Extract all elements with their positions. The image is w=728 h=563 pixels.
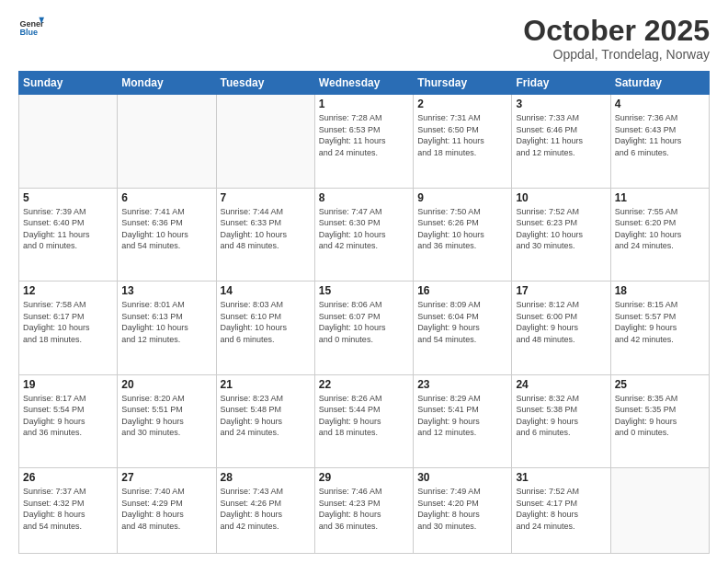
day-info: Sunrise: 7:40 AMSunset: 4:29 PMDaylight:… [121, 486, 211, 532]
table-row: 8Sunrise: 7:47 AMSunset: 6:30 PMDaylight… [314, 188, 413, 281]
day-info: Sunrise: 7:43 AMSunset: 4:26 PMDaylight:… [221, 486, 311, 532]
day-number: 4 [615, 98, 705, 110]
day-number: 25 [615, 378, 705, 391]
table-row: 7Sunrise: 7:44 AMSunset: 6:33 PMDaylight… [216, 188, 314, 281]
day-number: 19 [23, 378, 113, 391]
day-info: Sunrise: 8:20 AMSunset: 5:51 PMDaylight:… [121, 393, 211, 439]
day-info: Sunrise: 7:31 AMSunset: 6:50 PMDaylight:… [417, 112, 507, 158]
day-number: 12 [23, 284, 113, 297]
day-number: 29 [319, 471, 409, 484]
title-block: October 2025 Oppdal, Trondelag, Norway [523, 15, 710, 62]
table-row: 6Sunrise: 7:41 AMSunset: 6:36 PMDaylight… [118, 188, 216, 281]
header: General Blue October 2025 Oppdal, Tronde… [18, 15, 710, 62]
day-info: Sunrise: 7:55 AMSunset: 6:20 PMDaylight:… [615, 206, 705, 252]
day-info: Sunrise: 8:06 AMSunset: 6:07 PMDaylight:… [319, 299, 409, 345]
logo-icon: General Blue [18, 15, 44, 40]
table-row: 11Sunrise: 7:55 AMSunset: 6:20 PMDayligh… [610, 188, 709, 281]
table-row: 19Sunrise: 8:17 AMSunset: 5:54 PMDayligh… [19, 374, 118, 467]
day-info: Sunrise: 8:29 AMSunset: 5:41 PMDaylight:… [417, 393, 507, 439]
table-row [118, 95, 216, 188]
table-row: 15Sunrise: 8:06 AMSunset: 6:07 PMDayligh… [314, 282, 413, 374]
day-info: Sunrise: 7:52 AMSunset: 4:17 PMDaylight:… [516, 486, 606, 532]
table-row: 20Sunrise: 8:20 AMSunset: 5:51 PMDayligh… [118, 374, 216, 467]
day-number: 3 [516, 98, 606, 110]
day-info: Sunrise: 8:12 AMSunset: 6:00 PMDaylight:… [516, 299, 606, 345]
day-info: Sunrise: 8:01 AMSunset: 6:13 PMDaylight:… [121, 299, 211, 345]
day-number: 20 [121, 378, 211, 391]
svg-text:Blue: Blue [19, 28, 38, 37]
day-number: 15 [319, 284, 409, 297]
day-info: Sunrise: 7:36 AMSunset: 6:43 PMDaylight:… [615, 112, 705, 158]
day-number: 17 [516, 284, 606, 297]
day-info: Sunrise: 7:44 AMSunset: 6:33 PMDaylight:… [221, 206, 311, 252]
table-row: 18Sunrise: 8:15 AMSunset: 5:57 PMDayligh… [610, 282, 709, 374]
table-row: 24Sunrise: 8:32 AMSunset: 5:38 PMDayligh… [512, 374, 610, 467]
day-number: 27 [121, 471, 211, 484]
table-row: 1Sunrise: 7:28 AMSunset: 6:53 PMDaylight… [314, 95, 413, 188]
day-info: Sunrise: 8:03 AMSunset: 6:10 PMDaylight:… [221, 299, 311, 345]
month-title: October 2025 [523, 15, 710, 47]
day-number: 14 [221, 284, 311, 297]
day-number: 13 [121, 284, 211, 297]
day-number: 26 [23, 471, 113, 484]
day-info: Sunrise: 7:39 AMSunset: 6:40 PMDaylight:… [23, 206, 113, 252]
day-number: 6 [121, 191, 211, 204]
table-row: 27Sunrise: 7:40 AMSunset: 4:29 PMDayligh… [118, 467, 216, 553]
day-number: 21 [221, 378, 311, 391]
day-number: 1 [319, 98, 409, 110]
day-info: Sunrise: 8:09 AMSunset: 6:04 PMDaylight:… [417, 299, 507, 345]
day-number: 8 [319, 191, 409, 204]
day-info: Sunrise: 7:33 AMSunset: 6:46 PMDaylight:… [516, 112, 606, 158]
logo: General Blue [18, 15, 44, 40]
table-row: 4Sunrise: 7:36 AMSunset: 6:43 PMDaylight… [610, 95, 709, 188]
col-sunday: Sunday [19, 72, 118, 95]
col-tuesday: Tuesday [216, 72, 314, 95]
day-info: Sunrise: 8:23 AMSunset: 5:48 PMDaylight:… [221, 393, 311, 439]
location: Oppdal, Trondelag, Norway [523, 47, 710, 62]
day-number: 30 [417, 471, 507, 484]
day-info: Sunrise: 7:41 AMSunset: 6:36 PMDaylight:… [121, 206, 211, 252]
day-info: Sunrise: 8:15 AMSunset: 5:57 PMDaylight:… [615, 299, 705, 345]
table-row: 25Sunrise: 8:35 AMSunset: 5:35 PMDayligh… [610, 374, 709, 467]
day-info: Sunrise: 8:17 AMSunset: 5:54 PMDaylight:… [23, 393, 113, 439]
table-row: 31Sunrise: 7:52 AMSunset: 4:17 PMDayligh… [512, 467, 610, 553]
table-row: 5Sunrise: 7:39 AMSunset: 6:40 PMDaylight… [19, 188, 118, 281]
table-row: 26Sunrise: 7:37 AMSunset: 4:32 PMDayligh… [19, 467, 118, 553]
day-info: Sunrise: 7:28 AMSunset: 6:53 PMDaylight:… [319, 112, 409, 158]
table-row: 10Sunrise: 7:52 AMSunset: 6:23 PMDayligh… [512, 188, 610, 281]
day-number: 23 [417, 378, 507, 391]
table-row: 16Sunrise: 8:09 AMSunset: 6:04 PMDayligh… [414, 282, 512, 374]
table-row: 13Sunrise: 8:01 AMSunset: 6:13 PMDayligh… [118, 282, 216, 374]
table-row: 17Sunrise: 8:12 AMSunset: 6:00 PMDayligh… [512, 282, 610, 374]
day-number: 18 [615, 284, 705, 297]
table-row: 23Sunrise: 8:29 AMSunset: 5:41 PMDayligh… [414, 374, 512, 467]
col-saturday: Saturday [610, 72, 709, 95]
day-info: Sunrise: 7:50 AMSunset: 6:26 PMDaylight:… [417, 206, 507, 252]
day-info: Sunrise: 8:32 AMSunset: 5:38 PMDaylight:… [516, 393, 606, 439]
table-row: 28Sunrise: 7:43 AMSunset: 4:26 PMDayligh… [216, 467, 314, 553]
day-info: Sunrise: 7:52 AMSunset: 6:23 PMDaylight:… [516, 206, 606, 252]
table-row: 3Sunrise: 7:33 AMSunset: 6:46 PMDaylight… [512, 95, 610, 188]
col-thursday: Thursday [414, 72, 512, 95]
day-number: 5 [23, 191, 113, 204]
day-number: 31 [516, 471, 606, 484]
day-info: Sunrise: 7:47 AMSunset: 6:30 PMDaylight:… [319, 206, 409, 252]
table-row: 21Sunrise: 8:23 AMSunset: 5:48 PMDayligh… [216, 374, 314, 467]
day-info: Sunrise: 7:58 AMSunset: 6:17 PMDaylight:… [23, 299, 113, 345]
table-row: 9Sunrise: 7:50 AMSunset: 6:26 PMDaylight… [414, 188, 512, 281]
day-info: Sunrise: 8:26 AMSunset: 5:44 PMDaylight:… [319, 393, 409, 439]
page: General Blue October 2025 Oppdal, Tronde… [0, 0, 728, 563]
day-number: 24 [516, 378, 606, 391]
day-info: Sunrise: 7:46 AMSunset: 4:23 PMDaylight:… [319, 486, 409, 532]
day-info: Sunrise: 7:49 AMSunset: 4:20 PMDaylight:… [417, 486, 507, 532]
table-row: 22Sunrise: 8:26 AMSunset: 5:44 PMDayligh… [314, 374, 413, 467]
table-row: 2Sunrise: 7:31 AMSunset: 6:50 PMDaylight… [414, 95, 512, 188]
table-row [610, 467, 709, 553]
table-row: 14Sunrise: 8:03 AMSunset: 6:10 PMDayligh… [216, 282, 314, 374]
day-number: 2 [417, 98, 507, 110]
day-number: 16 [417, 284, 507, 297]
day-number: 9 [417, 191, 507, 204]
table-row: 30Sunrise: 7:49 AMSunset: 4:20 PMDayligh… [414, 467, 512, 553]
day-number: 7 [221, 191, 311, 204]
day-number: 10 [516, 191, 606, 204]
